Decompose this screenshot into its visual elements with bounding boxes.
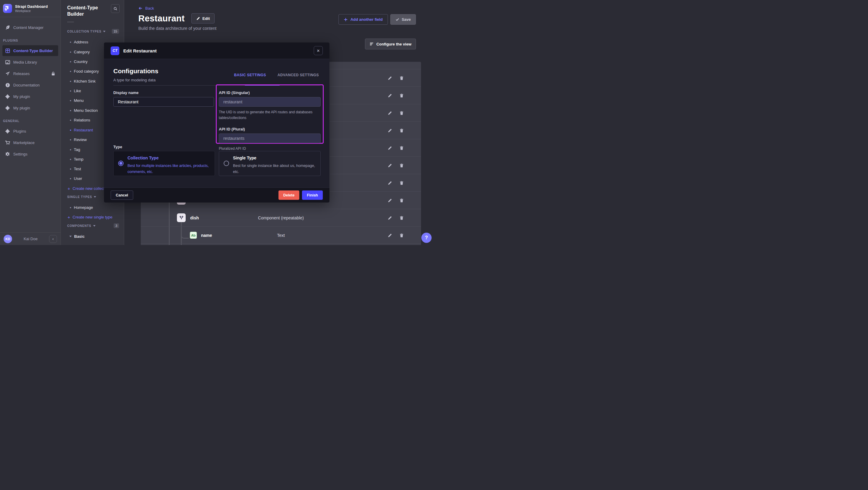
edit-field-button[interactable] bbox=[387, 75, 393, 81]
workspace-subtitle: Workplace bbox=[15, 9, 48, 13]
finish-button[interactable]: Finish bbox=[302, 190, 323, 200]
api-id-plural-input[interactable] bbox=[219, 133, 321, 143]
close-icon[interactable]: ✕ bbox=[314, 46, 323, 55]
delete-field-button[interactable] bbox=[399, 128, 404, 133]
collection-type-item-review[interactable]: Review bbox=[70, 137, 87, 142]
item-label: Like bbox=[74, 89, 81, 93]
avatar[interactable]: KD bbox=[4, 235, 12, 243]
sidebar-item-settings[interactable]: Settings bbox=[2, 149, 58, 159]
edit-field-button[interactable] bbox=[387, 93, 393, 98]
delete-field-button[interactable] bbox=[399, 163, 404, 169]
component-group-basic[interactable]: Basic bbox=[69, 234, 85, 239]
edit-field-button[interactable] bbox=[387, 233, 393, 238]
collection-type-item-address[interactable]: Address bbox=[70, 40, 88, 44]
delete-field-button[interactable] bbox=[399, 215, 404, 221]
collection-type-item-menu[interactable]: Menu bbox=[70, 98, 84, 103]
collection-type-item-category[interactable]: Category bbox=[70, 50, 90, 54]
collection-type-item-country[interactable]: Country bbox=[70, 59, 88, 64]
configurations-heading: Configurations bbox=[113, 67, 158, 75]
delete-button[interactable]: Delete bbox=[278, 190, 300, 200]
collapse-sidebar-button[interactable]: ‹ bbox=[49, 235, 57, 243]
delete-field-button[interactable] bbox=[399, 198, 404, 204]
edit-button[interactable]: Edit bbox=[191, 13, 215, 24]
display-name-input[interactable] bbox=[113, 97, 214, 107]
search-button[interactable] bbox=[111, 4, 120, 13]
sidebar-item-documentation[interactable]: Documentation bbox=[2, 80, 58, 90]
sidebar-item-marketplace[interactable]: Marketplace bbox=[2, 137, 58, 148]
collection-type-item-test[interactable]: Test bbox=[70, 167, 81, 171]
delete-field-button[interactable] bbox=[399, 110, 404, 116]
delete-field-button[interactable] bbox=[399, 233, 404, 238]
collection-type-item-relations[interactable]: Relations bbox=[70, 118, 90, 122]
chevron-down-icon bbox=[69, 236, 72, 237]
item-label: Food category bbox=[74, 69, 99, 73]
sidebar-item-my-plugin[interactable]: My plugin bbox=[2, 102, 58, 113]
delete-field-button[interactable] bbox=[399, 180, 404, 186]
tab-advanced-settings[interactable]: ADVANCED SETTINGS bbox=[276, 73, 320, 77]
tab-basic-settings[interactable]: BASIC SETTINGS bbox=[233, 73, 267, 77]
collection-type-option[interactable]: Collection Type Best for multiple instan… bbox=[113, 151, 215, 176]
pencil-icon bbox=[388, 233, 392, 238]
edit-field-button[interactable] bbox=[387, 110, 393, 116]
sidebar-item-media-library[interactable]: Media Library bbox=[2, 57, 58, 67]
strapi-logo-icon bbox=[3, 4, 12, 13]
bullet-icon bbox=[70, 100, 71, 101]
collection-type-item-user[interactable]: User bbox=[70, 176, 82, 181]
count-badge: 3 bbox=[114, 223, 119, 228]
field-name: name bbox=[201, 226, 212, 244]
edit-field-button[interactable] bbox=[387, 215, 393, 221]
item-label: Menu Section bbox=[74, 108, 98, 113]
components-group[interactable]: COMPONENTS bbox=[67, 224, 96, 227]
page-subtitle: Build the data architecture of your cont… bbox=[138, 26, 216, 31]
collection-types-group[interactable]: COLLECTION TYPES bbox=[67, 30, 105, 33]
single-types-group[interactable]: SINGLE TYPES bbox=[67, 195, 96, 198]
delete-field-button[interactable] bbox=[399, 145, 404, 151]
bullet-icon bbox=[70, 41, 71, 43]
workspace-switcher[interactable]: Strapi Dashboard Workplace bbox=[0, 0, 61, 17]
single-type-option[interactable]: Single Type Best for single instance lik… bbox=[219, 151, 321, 176]
sidebar-item-label: Marketplace bbox=[13, 141, 35, 145]
main-sidebar: Strapi Dashboard Workplace Content Manag… bbox=[0, 0, 61, 245]
edit-field-button[interactable] bbox=[387, 198, 393, 204]
radio-unchecked-icon[interactable] bbox=[224, 161, 229, 166]
collection-type-item-kitchen-sink[interactable]: Kitchen Sink bbox=[70, 79, 96, 84]
collection-type-item-menu-section[interactable]: Menu Section bbox=[70, 108, 98, 113]
edit-field-button[interactable] bbox=[387, 145, 393, 151]
radio-checked-icon[interactable] bbox=[118, 161, 124, 166]
user-footer: KD Kai Doe ‹ bbox=[0, 232, 61, 245]
configure-view-button[interactable]: Configure the view bbox=[365, 38, 416, 50]
collection-type-item-like[interactable]: Like bbox=[70, 89, 81, 93]
api-id-singular-input[interactable] bbox=[219, 97, 321, 107]
trash-icon bbox=[399, 233, 404, 238]
collection-type-item-homepage[interactable]: Homepage bbox=[70, 205, 93, 210]
collection-type-item-tag[interactable]: Tag bbox=[70, 147, 80, 152]
delete-field-button[interactable] bbox=[399, 93, 404, 98]
collection-type-item-restaurant[interactable]: Restaurant bbox=[70, 128, 93, 132]
trash-icon bbox=[399, 93, 404, 98]
create-new-single-type-link[interactable]: +Create new single type bbox=[67, 215, 113, 220]
trash-icon bbox=[399, 76, 404, 81]
add-another-field-button[interactable]: Add another field bbox=[338, 14, 388, 25]
collection-type-item-temp[interactable]: Temp bbox=[70, 157, 84, 161]
delete-field-button[interactable] bbox=[399, 75, 404, 81]
sidebar-item-content-manager[interactable]: Content Manager bbox=[2, 22, 58, 33]
collection-type-item-food-category[interactable]: Food category bbox=[70, 69, 99, 73]
save-button[interactable]: Save bbox=[390, 14, 416, 25]
edit-field-button[interactable] bbox=[387, 180, 393, 186]
bullet-icon bbox=[70, 71, 71, 72]
sidebar-item-plugins[interactable]: Plugins bbox=[2, 126, 58, 136]
bullet-icon bbox=[70, 130, 71, 131]
sidebar-item-my-plugin[interactable]: My plugin bbox=[2, 91, 58, 102]
help-button[interactable]: ? bbox=[421, 233, 432, 243]
field-name: dish bbox=[190, 209, 199, 226]
sidebar-item-releases[interactable]: Releases bbox=[2, 68, 58, 79]
edit-field-button[interactable] bbox=[387, 128, 393, 133]
cancel-button[interactable]: Cancel bbox=[111, 190, 133, 200]
nav-section-label: PLUGINS bbox=[0, 33, 61, 44]
sidebar-item-content-type-builder[interactable]: Content-Type Builder bbox=[2, 45, 58, 56]
bullet-icon bbox=[70, 81, 71, 82]
item-label: Category bbox=[74, 50, 90, 54]
nav-sections: PLUGINSContent-Type BuilderMedia Library… bbox=[0, 33, 61, 159]
edit-field-button[interactable] bbox=[387, 163, 393, 169]
back-link[interactable]: Back bbox=[138, 6, 154, 10]
